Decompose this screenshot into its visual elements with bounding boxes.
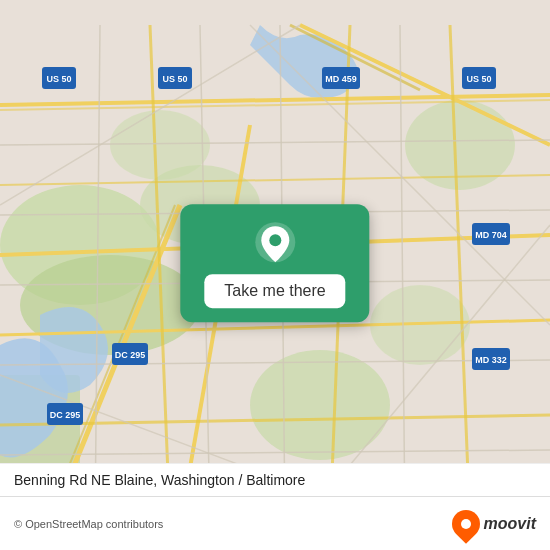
moovit-logo: moovit: [452, 510, 536, 538]
moovit-icon: [446, 504, 486, 544]
svg-text:US 50: US 50: [46, 74, 71, 84]
location-pin-icon: [253, 220, 297, 264]
svg-text:MD 459: MD 459: [325, 74, 357, 84]
svg-text:DC 295: DC 295: [50, 410, 81, 420]
location-card: Take me there: [180, 204, 369, 322]
place-name: Benning Rd NE Blaine, Washington / Balti…: [0, 463, 550, 496]
svg-text:DC 295: DC 295: [115, 350, 146, 360]
svg-point-56: [269, 234, 281, 246]
take-me-there-button[interactable]: Take me there: [204, 274, 345, 308]
svg-point-6: [110, 110, 210, 180]
place-name-text: Benning Rd NE Blaine, Washington / Balti…: [14, 472, 305, 488]
bottom-bar: © OpenStreetMap contributors moovit: [0, 496, 550, 550]
map-container: US 50 US 50 MD 459 US 50 MD 704 DC 295 D…: [0, 0, 550, 550]
attribution-text: © OpenStreetMap contributors: [14, 518, 163, 530]
svg-text:US 50: US 50: [466, 74, 491, 84]
moovit-brand-text: moovit: [484, 515, 536, 533]
svg-text:MD 704: MD 704: [475, 230, 507, 240]
svg-text:MD 332: MD 332: [475, 355, 507, 365]
svg-point-4: [250, 350, 390, 460]
svg-text:US 50: US 50: [162, 74, 187, 84]
